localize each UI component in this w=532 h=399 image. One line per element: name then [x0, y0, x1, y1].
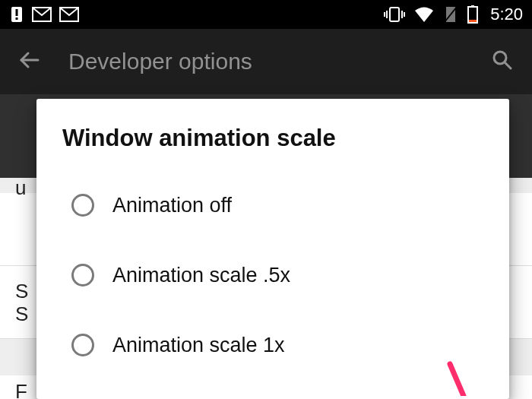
- status-bar: 5:20: [0, 0, 532, 29]
- svg-rect-13: [469, 20, 477, 22]
- radio-option-animation-05x[interactable]: Animation scale .5x: [71, 240, 483, 310]
- content-area: u S S F Window animation scale Animation…: [0, 94, 532, 399]
- radio-unchecked-icon: [71, 334, 94, 356]
- annotation-arrow-icon: [441, 358, 471, 399]
- status-time: 5:20: [490, 5, 523, 24]
- no-sim-icon: [443, 5, 458, 24]
- radio-unchecked-icon: [71, 264, 94, 287]
- mail-icon: [59, 7, 79, 22]
- backdrop-peek-text: S: [15, 302, 28, 326]
- search-icon[interactable]: [491, 49, 514, 74]
- radio-list: Animation off Animation scale .5x Animat…: [62, 170, 483, 380]
- backdrop-peek-text: u: [15, 176, 26, 200]
- alert-icon: [9, 5, 24, 24]
- battery-icon: [467, 5, 478, 24]
- svg-line-16: [505, 62, 511, 68]
- svg-rect-1: [16, 9, 18, 16]
- page-title: Developer options: [68, 49, 464, 74]
- app-bar: Developer options: [0, 29, 532, 94]
- svg-rect-2: [16, 17, 18, 20]
- radio-option-animation-1x[interactable]: Animation scale 1x: [71, 310, 483, 380]
- status-left: [9, 5, 79, 24]
- dialog-title: Window animation scale: [62, 125, 483, 152]
- radio-option-animation-off[interactable]: Animation off: [71, 170, 483, 240]
- radio-label: Animation off: [112, 194, 232, 217]
- svg-rect-5: [390, 8, 399, 21]
- wifi-icon: [414, 6, 434, 23]
- backdrop-peek-text: F: [15, 380, 27, 399]
- animation-scale-dialog: Window animation scale Animation off Ani…: [36, 99, 509, 399]
- vibrate-icon: [384, 6, 405, 23]
- back-arrow-icon[interactable]: [18, 49, 41, 74]
- radio-unchecked-icon: [71, 194, 94, 217]
- status-right: 5:20: [384, 5, 523, 24]
- radio-label: Animation scale .5x: [112, 264, 290, 287]
- radio-label: Animation scale 1x: [112, 334, 285, 357]
- backdrop-peek-text: S: [15, 280, 28, 303]
- mail-icon: [32, 7, 52, 22]
